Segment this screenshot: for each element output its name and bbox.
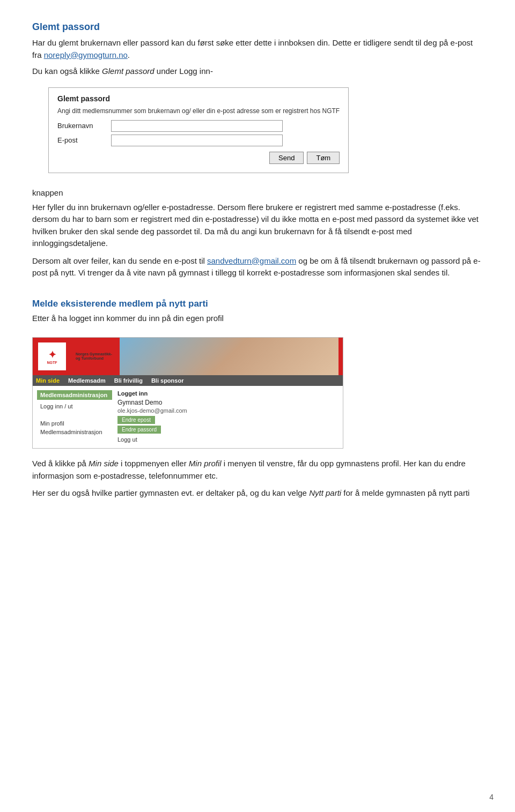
glemt-passord-box: Glemt passord Angi ditt medlemsnummer so… bbox=[48, 87, 349, 173]
body-p1-mid1: i toppmenyen eller bbox=[119, 459, 189, 468]
sidebar-medlemsadm[interactable]: Medlemsadministrasjon bbox=[37, 428, 112, 436]
sidebar-logg-inn[interactable]: Logg inn / ut bbox=[37, 402, 112, 411]
section2-body-p2: Her ser du også hvilke partier gymnasten… bbox=[32, 487, 483, 500]
user-name: Gymnast Demo bbox=[117, 399, 340, 406]
brukernavn-label: Brukernavn bbox=[57, 122, 111, 130]
intro-paragraph-1: Har du glemt brukernavn eller passord ka… bbox=[32, 37, 483, 61]
intro-text-2a: Du kan også klikke bbox=[32, 66, 102, 76]
body-p1-italic1: Min side bbox=[89, 459, 119, 468]
sidebar-spacer bbox=[37, 411, 112, 419]
main-content-area: Logget inn Gymnast Demo ole.kjos-demo@gm… bbox=[117, 390, 340, 444]
logged-in-label: Logget inn bbox=[117, 390, 340, 397]
logg-ut-link[interactable]: Logg ut bbox=[117, 435, 340, 444]
body-p1-prefix: Ved å klikke på bbox=[32, 459, 89, 468]
header-bar: ✦ NGTF Norges Gymnastikk- og Turnforbund bbox=[33, 338, 343, 375]
knappen-row: knappen bbox=[32, 186, 483, 197]
glemt-box-title: Glemt passord bbox=[57, 94, 340, 103]
tom-button[interactable]: Tøm bbox=[307, 152, 340, 164]
page-title: Glemt passord bbox=[32, 21, 483, 33]
sidebar-header: Medlemsadministrasjon bbox=[37, 390, 112, 400]
form-buttons: Send Tøm bbox=[57, 152, 340, 164]
body-p2-italic: Nytt parti bbox=[309, 488, 341, 497]
brukernavn-row: Brukernavn bbox=[57, 120, 340, 132]
ngtf-logo: ✦ NGTF bbox=[38, 342, 66, 370]
epost-input[interactable] bbox=[111, 135, 283, 146]
contact-paragraph: Dersom alt over feiler, kan du sende en … bbox=[32, 255, 483, 279]
body-p1-italic2: Min profil bbox=[189, 459, 222, 468]
knappen-label: knappen bbox=[32, 188, 63, 197]
content-area: Medlemsadministrasjon Logg inn / ut Min … bbox=[33, 386, 343, 448]
intro-text-2b: under Logg inn- bbox=[154, 66, 213, 76]
sandved-email-link[interactable]: sandvedturn@gmail.com bbox=[207, 256, 296, 265]
glemt-box-desc: Angi ditt medlemsnummer som brukernavn o… bbox=[57, 107, 340, 115]
body-p2-suffix: for å melde gymnasten på nytt parti bbox=[341, 488, 469, 497]
nav-min-side[interactable]: Min side bbox=[36, 377, 60, 384]
sidebar: Medlemsadministrasjon Logg inn / ut Min … bbox=[37, 390, 112, 444]
epost-label: E-post bbox=[57, 136, 111, 144]
intro-italic-glemt: Glemt passord bbox=[102, 66, 154, 76]
profile-sim: ✦ NGTF Norges Gymnastikk- og Turnforbund… bbox=[33, 338, 343, 448]
intro-paragraph-2: Du kan også klikke Glemt passord under L… bbox=[32, 65, 213, 78]
brukernavn-input[interactable] bbox=[111, 120, 283, 132]
section2-intro: Etter å ha logget inn kommer du inn på d… bbox=[32, 312, 483, 325]
profile-screenshot: ✦ NGTF Norges Gymnastikk- og Turnforbund… bbox=[32, 337, 343, 449]
section2-body-p1: Ved å klikke på Min side i toppmenyen el… bbox=[32, 458, 483, 482]
endre-passord-button[interactable]: Endre passord bbox=[117, 426, 161, 434]
user-email: ole.kjos-demo@gmail.com bbox=[117, 407, 340, 414]
nav-medlemsadm[interactable]: Medlemsadm bbox=[68, 377, 106, 384]
org-name: Norges Gymnastikk- og Turnforbund bbox=[76, 352, 112, 361]
nav-bar: Min side Medlemsadm Bli frivillig Bli sp… bbox=[33, 375, 343, 386]
sidebar-min-profil[interactable]: Min profil bbox=[37, 419, 112, 428]
nav-bli-sponsor[interactable]: Bli sponsor bbox=[151, 377, 184, 384]
header-photo bbox=[120, 338, 339, 375]
main-paragraph: Her fyller du inn brukernavn og/eller e-… bbox=[32, 202, 483, 250]
noreply-email-link[interactable]: noreply@gymogturn.no bbox=[44, 50, 128, 59]
endre-epost-button[interactable]: Endre epost bbox=[117, 416, 155, 424]
section2-title: Melde eksisterende medlem på nytt parti bbox=[32, 299, 483, 309]
epost-row: E-post bbox=[57, 135, 340, 146]
intro-text-period: . bbox=[128, 50, 130, 59]
nav-bli-frivillig[interactable]: Bli frivillig bbox=[114, 377, 143, 384]
body-p2-text: Her ser du også hvilke partier gymnasten… bbox=[32, 488, 309, 497]
contact-text-prefix: Dersom alt over feiler, kan du sende en … bbox=[32, 256, 207, 265]
send-button[interactable]: Send bbox=[269, 152, 304, 164]
